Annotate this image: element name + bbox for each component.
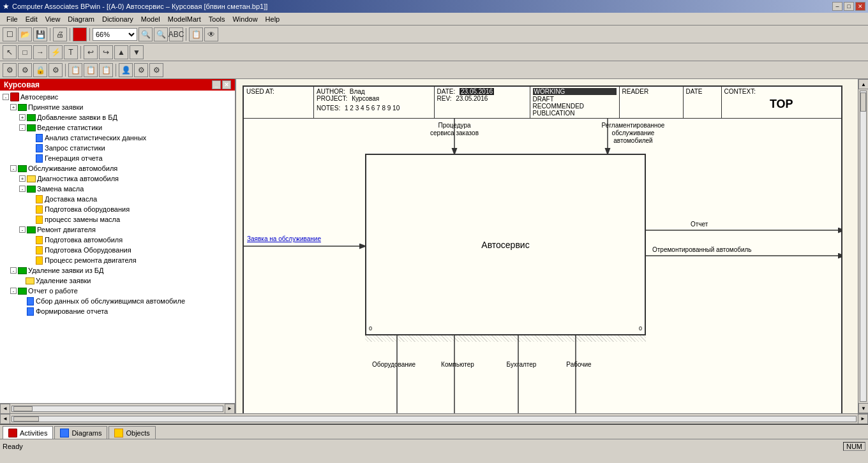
- expand-btn-0[interactable]: -: [3, 94, 9, 100]
- tool-g[interactable]: 📋: [99, 63, 113, 77]
- menu-item-help[interactable]: Help: [262, 15, 284, 24]
- left-scroll-left[interactable]: ◄: [0, 404, 10, 414]
- left-scroll-track[interactable]: [11, 406, 223, 412]
- arrow-tool[interactable]: →: [33, 45, 47, 59]
- lightning-tool[interactable]: ⚡: [49, 45, 63, 59]
- text-tool[interactable]: T: [64, 45, 78, 59]
- close-button[interactable]: ✕: [855, 2, 865, 11]
- hscroll-left[interactable]: ◄: [0, 414, 10, 424]
- tree-item-7[interactable]: - Обслуживание автомобиля: [1, 163, 234, 173]
- tree-label-18: Удаление заявки: [36, 277, 91, 284]
- tree-item-17[interactable]: - Удаление заявки из БД: [1, 265, 234, 276]
- vscroll-track[interactable]: [860, 91, 867, 402]
- tree-item-6[interactable]: Генерация отчета: [1, 153, 234, 163]
- tree-item-4[interactable]: Анализ статистических данных: [1, 133, 234, 143]
- left-hscroll[interactable]: ◄ ►: [0, 403, 235, 413]
- save-button[interactable]: 💾: [33, 27, 47, 41]
- hscroll-thumb[interactable]: [13, 416, 39, 422]
- tree-item-18[interactable]: Удаление заявки: [1, 276, 234, 286]
- vscroll-thumb[interactable]: [860, 92, 866, 112]
- tool-j[interactable]: ⚙: [149, 63, 163, 77]
- expand-btn-2[interactable]: +: [19, 114, 26, 121]
- menu-item-edit[interactable]: Edit: [22, 15, 41, 24]
- tool-b[interactable]: ⚙: [18, 63, 32, 77]
- tree-item-20[interactable]: Сбор данных об обслуживщимся автомобиле: [1, 296, 234, 306]
- minimize-button[interactable]: –: [832, 2, 842, 11]
- expand-btn-1[interactable]: +: [10, 104, 17, 110]
- vscroll-down[interactable]: ▼: [858, 403, 868, 413]
- vscroll-up[interactable]: ▲: [858, 79, 868, 89]
- panel-resize-btn[interactable]: _: [212, 80, 221, 89]
- tree-item-11[interactable]: Подготовка оборудования: [1, 204, 234, 214]
- tree-item-3[interactable]: - Ведение статистики: [1, 122, 234, 133]
- color-button[interactable]: [73, 27, 87, 41]
- tab-objects[interactable]: Objects: [108, 426, 155, 439]
- expand-btn-3[interactable]: -: [19, 124, 26, 131]
- undo-button[interactable]: ↩: [84, 45, 98, 59]
- redo-button[interactable]: ↪: [99, 45, 113, 59]
- icon-6: [34, 154, 43, 163]
- menu-item-file[interactable]: File: [3, 15, 22, 24]
- zoom-out-button[interactable]: 🔍: [154, 27, 168, 41]
- hscroll-track[interactable]: [11, 416, 857, 422]
- tree-item-19[interactable]: - Отчет о работе: [1, 286, 234, 296]
- menu-item-view[interactable]: View: [41, 15, 64, 24]
- left-scroll-thumb[interactable]: [13, 406, 33, 411]
- expand-btn-7[interactable]: -: [10, 165, 17, 172]
- triangle-up-tool[interactable]: ▲: [114, 45, 128, 59]
- menu-item-tools[interactable]: Tools: [205, 15, 229, 24]
- tree-item-10[interactable]: Доставка масла: [1, 194, 234, 204]
- tab-activities[interactable]: Activities: [3, 426, 53, 439]
- tree-item-5[interactable]: Запрос статистики: [1, 143, 234, 153]
- menu-item-modelmart[interactable]: ModelMart: [164, 15, 205, 24]
- tree-item-14[interactable]: Подготовка автомобиля: [1, 235, 234, 245]
- hscroll-right[interactable]: ►: [858, 414, 868, 424]
- tree-item-13[interactable]: - Ремонт двигателя: [1, 224, 234, 235]
- tool-i[interactable]: ⚙: [134, 63, 148, 77]
- left-scroll-right[interactable]: ►: [225, 404, 235, 414]
- view-button[interactable]: 👁: [204, 27, 218, 41]
- tree-container[interactable]: - Автосервис + Принятие заявки + Добавле…: [0, 91, 235, 403]
- menu-item-window[interactable]: Window: [228, 15, 261, 24]
- tab-diagrams[interactable]: Diagrams: [54, 426, 107, 439]
- tree-item-0[interactable]: - Автосервис: [1, 92, 234, 102]
- menu-item-dictionary[interactable]: Dictionary: [98, 15, 137, 24]
- tree-item-12[interactable]: процесс замены масла: [1, 214, 234, 224]
- zoom-select[interactable]: 66% 100% 50%: [93, 28, 137, 41]
- tree-item-21[interactable]: Формирование отчета: [1, 306, 234, 316]
- tool-f[interactable]: 📋: [84, 63, 98, 77]
- open-button[interactable]: 📂: [18, 27, 32, 41]
- expand-btn-8[interactable]: +: [19, 175, 26, 182]
- tree-item-1[interactable]: + Принятие заявки: [1, 102, 234, 112]
- expand-btn-17[interactable]: -: [10, 267, 17, 274]
- new-button[interactable]: ☐: [3, 27, 17, 41]
- maximize-button[interactable]: □: [844, 2, 854, 11]
- tool-a[interactable]: ⚙: [3, 63, 17, 77]
- right-panel[interactable]: ▲ ▼ USED AT: AUTHOR: Влад: [236, 79, 868, 413]
- box-tool[interactable]: □: [18, 45, 32, 59]
- zoom-in-button[interactable]: 🔍: [138, 27, 153, 41]
- main-box[interactable]: Автосервис 0 0: [365, 154, 646, 335]
- select-tool[interactable]: ↖: [3, 45, 17, 59]
- publish-button[interactable]: 📋: [189, 27, 203, 41]
- panel-close-btn[interactable]: ✕: [222, 80, 231, 89]
- tree-item-9[interactable]: - Замена масла: [1, 184, 234, 194]
- expand-btn-9[interactable]: -: [19, 186, 26, 192]
- right-vscroll[interactable]: ▲ ▼: [858, 79, 868, 413]
- tree-item-2[interactable]: + Добавление заявки в БД: [1, 112, 234, 122]
- menu-item-model[interactable]: Model: [137, 15, 164, 24]
- expand-btn-13[interactable]: -: [19, 226, 26, 233]
- spell-button[interactable]: ABC: [169, 27, 183, 41]
- tool-e[interactable]: 📋: [68, 63, 82, 77]
- tree-item-8[interactable]: + Диагностика автомобиля: [1, 173, 234, 184]
- menu-item-diagram[interactable]: Diagram: [64, 15, 98, 24]
- tool-d[interactable]: ⚙: [49, 63, 63, 77]
- print-button[interactable]: 🖨: [53, 27, 67, 41]
- tree-item-16[interactable]: Процесс ремонта двигателя: [1, 255, 234, 265]
- tree-item-15[interactable]: Подготовка Оборудования: [1, 245, 234, 255]
- tool-c[interactable]: 🔒: [33, 63, 47, 77]
- expand-btn-19[interactable]: -: [10, 288, 17, 294]
- tool-h[interactable]: 👤: [119, 63, 133, 77]
- hscrollbar[interactable]: ◄ ►: [0, 413, 868, 423]
- triangle-down-tool[interactable]: ▼: [130, 45, 144, 59]
